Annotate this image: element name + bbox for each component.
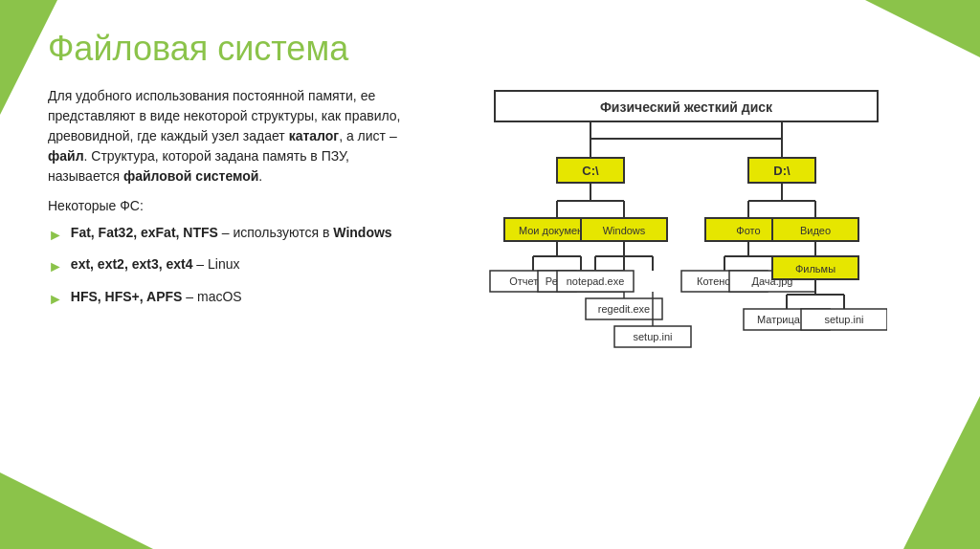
right-column: Физический жесткий диск C:\ D:\ [440, 86, 932, 530]
svg-text:Windows: Windows [603, 225, 646, 236]
page-title: Файловая система [48, 29, 932, 69]
description-para1: Для удобного использования постоянной па… [48, 86, 412, 187]
svg-text:regedit.exe: regedit.exe [598, 303, 650, 315]
list-item-1-text: Fat, Fat32, exFat, NTFS – используются в… [71, 224, 392, 243]
svg-text:C:\: C:\ [582, 164, 599, 178]
left-column: Для удобного использования постоянной па… [48, 86, 412, 530]
list-item-2: ► ext, ext2, ext3, ext4 – Linux [48, 255, 412, 277]
list-item-2-text: ext, ext2, ext3, ext4 – Linux [71, 255, 240, 274]
svg-text:Фильмы: Фильмы [795, 263, 835, 274]
some-fs-label: Некоторые ФС: [48, 196, 412, 216]
diagram-svg: Физический жесткий диск C:\ D:\ [485, 86, 887, 497]
svg-text:D:\: D:\ [773, 164, 791, 178]
svg-text:setup.ini: setup.ini [825, 314, 864, 325]
bullet-arrow-2: ► [48, 256, 63, 277]
fs-list: ► Fat, Fat32, exFat, NTFS – используются… [48, 224, 412, 310]
bullet-arrow-3: ► [48, 289, 63, 310]
list-item-3: ► HFS, HFS+, APFS – macOS [48, 288, 412, 310]
bullet-arrow-1: ► [48, 225, 63, 246]
svg-text:notepad.exe: notepad.exe [567, 275, 625, 287]
list-item-3-text: HFS, HFS+, APFS – macOS [71, 288, 242, 307]
svg-text:setup.ini: setup.ini [634, 331, 673, 342]
svg-text:Видео: Видео [800, 225, 831, 236]
disk-label: Физический жесткий диск [600, 99, 773, 115]
list-item-1: ► Fat, Fat32, exFat, NTFS – используются… [48, 224, 412, 246]
filesystem-diagram: Физический жесткий диск C:\ D:\ [485, 86, 887, 501]
svg-text:Фото: Фото [736, 225, 760, 236]
